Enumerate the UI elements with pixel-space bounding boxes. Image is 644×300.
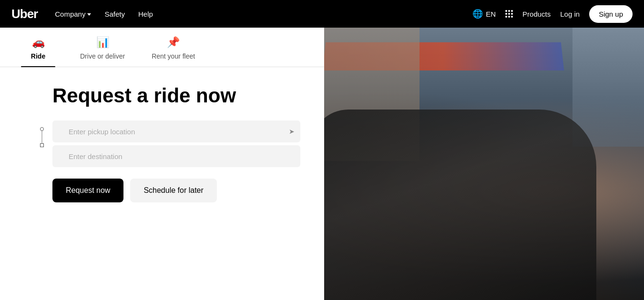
products-link[interactable]: Products: [522, 10, 551, 18]
dest-dot: [40, 143, 44, 147]
tab-drive-deliver[interactable]: 📊 Drive or deliver: [67, 28, 138, 67]
request-now-button[interactable]: Request now: [52, 179, 123, 202]
destination-input[interactable]: [52, 145, 300, 167]
navbar-right: 🌐 EN Products Log in Sign up: [472, 5, 633, 23]
tab-rent-fleet[interactable]: 📌 Rent your fleet: [138, 28, 208, 67]
login-link[interactable]: Log in: [560, 10, 580, 18]
globe-icon: 🌐: [472, 9, 483, 19]
ride-icon: 🚗: [32, 36, 45, 49]
pickup-row: ➤: [52, 120, 300, 142]
page-heading: Request a ride now: [52, 84, 300, 107]
nav-help[interactable]: Help: [138, 10, 153, 18]
panel-content: Request a ride now ➤ Requ: [0, 67, 324, 300]
navbar: Uber Company Safety Help 🌐 EN Products L…: [0, 0, 644, 28]
deliver-icon: 📊: [96, 36, 109, 49]
nav-company[interactable]: Company: [55, 10, 91, 18]
schedule-later-button[interactable]: Schedule for later: [130, 179, 216, 202]
chevron-down-icon: [87, 13, 91, 16]
origin-dot: [40, 127, 44, 131]
pickup-input[interactable]: [52, 120, 300, 142]
booking-panel: 🚗 Ride 📊 Drive or deliver 📌 Rent your fl…: [0, 28, 324, 300]
uber-logo: Uber: [11, 7, 38, 21]
signup-button[interactable]: Sign up: [589, 5, 633, 23]
tab-ride[interactable]: 🚗 Ride: [10, 28, 67, 67]
location-inputs: ➤: [52, 120, 300, 167]
action-buttons: Request now Schedule for later: [52, 179, 300, 202]
grid-icon[interactable]: [505, 10, 513, 18]
language-selector[interactable]: 🌐 EN: [472, 9, 496, 19]
hero: 🚗 Ride 📊 Drive or deliver 📌 Rent your fl…: [0, 28, 644, 300]
destination-row: [52, 145, 300, 167]
service-tabs: 🚗 Ride 📊 Drive or deliver 📌 Rent your fl…: [0, 28, 324, 67]
fleet-icon: 📌: [167, 36, 180, 49]
nav-safety[interactable]: Safety: [104, 10, 125, 18]
